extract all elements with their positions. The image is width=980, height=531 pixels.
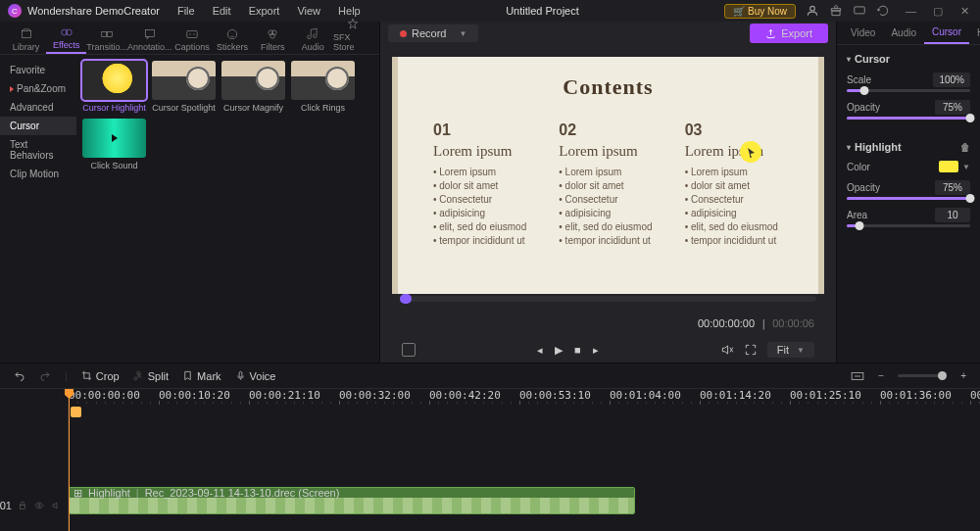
asset-tab-label: Filters	[261, 42, 285, 52]
refresh-icon[interactable]	[876, 4, 890, 18]
asset-tab-effects[interactable]: Effects	[46, 24, 86, 54]
stickers-icon	[225, 27, 239, 41]
category-cursor[interactable]: Cursor	[0, 117, 76, 135]
timeline-tracks[interactable]: 00:00:00:0000:00:10:2000:00:21:1000:00:3…	[69, 389, 980, 531]
asset-tab-captions[interactable]: Captions	[172, 25, 212, 54]
ruler-tick: 00:00:53:10	[519, 389, 591, 402]
effect-cursor-highlight[interactable]: Cursor Highlight	[82, 61, 146, 113]
category-clipmotion[interactable]: Clip Motion	[0, 165, 76, 183]
prev-frame-button[interactable]: ◂	[537, 344, 543, 357]
voice-button[interactable]: Voice	[235, 370, 276, 382]
asset-tab-filters[interactable]: Filters	[253, 25, 293, 54]
category-panzoom[interactable]: Pan&Zoom	[0, 79, 76, 98]
menu-file[interactable]: File	[177, 5, 195, 17]
cursor-opacity-value[interactable]: 75%	[935, 100, 970, 115]
slide-column: 01Lorem ipsumLorem ipsumdolor sit ametCo…	[433, 121, 531, 248]
asset-tab-stickers[interactable]: Stickers	[213, 25, 253, 54]
menu-export[interactable]: Export	[249, 5, 280, 17]
mark-button[interactable]: Mark	[182, 370, 220, 382]
track-visibility-icon[interactable]	[33, 501, 45, 510]
prop-tab-ho[interactable]: Ho	[969, 22, 980, 44]
buy-now-button[interactable]: 🛒 Buy Now	[724, 4, 796, 19]
export-button[interactable]: Export	[750, 24, 828, 43]
stop-button[interactable]: ■	[574, 344, 581, 357]
asset-tab-transitions[interactable]: Transitio...	[86, 25, 127, 54]
highlight-opacity-value[interactable]: 75%	[935, 180, 970, 195]
svg-rect-13	[239, 371, 242, 377]
record-dot-icon	[400, 30, 407, 37]
preview-panel: Record ▼ Export Contents 01Lorem ipsumLo…	[380, 22, 836, 362]
split-button[interactable]: Split	[133, 370, 169, 382]
menu-edit[interactable]: Edit	[213, 5, 231, 17]
record-button[interactable]: Record ▼	[388, 24, 478, 42]
asset-tab-library[interactable]: Library	[6, 25, 46, 54]
timeline-clip[interactable]: ⊞ Highlight | Rec_2023-09-11 14-13-10.dr…	[69, 487, 635, 514]
zoom-out-button[interactable]: −	[878, 370, 884, 381]
category-advanced[interactable]: Advanced	[0, 98, 76, 117]
asset-tab-audio[interactable]: Audio	[293, 25, 333, 54]
timeline-marker[interactable]	[71, 407, 81, 417]
asset-tab-annotations[interactable]: Annotatio...	[127, 25, 172, 54]
category-favorite[interactable]: Favorite	[0, 61, 76, 79]
asset-tab-label: Audio	[302, 42, 324, 52]
prop-tab-cursor[interactable]: Cursor	[924, 22, 969, 44]
color-swatch[interactable]: ▼	[939, 161, 970, 172]
effect-cursor-spotlight[interactable]: Cursor Spotlight	[152, 61, 216, 113]
undo-button[interactable]	[14, 370, 25, 382]
scale-value[interactable]: 100%	[933, 72, 970, 87]
highlight-section-header[interactable]: Highlight🗑	[847, 141, 970, 153]
zoom-in-button[interactable]: +	[960, 370, 966, 381]
menu-view[interactable]: View	[297, 5, 320, 17]
prop-tab-video[interactable]: Video	[843, 22, 883, 44]
maximize-button[interactable]: ▢	[933, 5, 945, 17]
gift-icon[interactable]	[829, 4, 843, 18]
playhead[interactable]	[69, 389, 70, 531]
fit-timeline-button[interactable]	[851, 370, 864, 382]
fit-dropdown[interactable]: Fit▼	[767, 342, 814, 358]
asset-tab-label: Annotatio...	[127, 42, 172, 52]
fullscreen-button[interactable]	[744, 343, 758, 357]
crop-button[interactable]: Crop	[81, 370, 120, 382]
effect-label: Click Rings	[301, 103, 345, 113]
scale-slider[interactable]	[847, 89, 970, 92]
effect-cursor-magnify[interactable]: Cursor Magnify	[221, 61, 285, 113]
effect-thumbnail	[152, 61, 216, 100]
close-button[interactable]: ✕	[960, 5, 972, 17]
area-value[interactable]: 10	[935, 208, 970, 222]
timeline-toolbar: | Crop Split Mark Voice − +	[0, 363, 980, 389]
prop-tab-audio[interactable]: Audio	[883, 22, 924, 44]
delete-highlight-icon[interactable]: 🗑	[960, 142, 970, 153]
play-button[interactable]: ▶	[555, 344, 563, 357]
svg-point-16	[38, 505, 41, 507]
next-frame-button[interactable]: ▸	[593, 344, 599, 357]
area-slider[interactable]	[847, 224, 970, 227]
message-icon[interactable]	[853, 4, 866, 18]
category-textbehaviors[interactable]: Text Behaviors	[0, 135, 76, 165]
slide-column: 02Lorem ipsumLorem ipsumdolor sit ametCo…	[559, 121, 657, 248]
asset-tabs: LibraryEffectsTransitio...Annotatio...Ca…	[0, 22, 379, 55]
preview-canvas[interactable]: Contents 01Lorem ipsumLorem ipsumdolor s…	[392, 57, 824, 294]
effect-click-sound[interactable]: Click Sound	[82, 119, 146, 170]
audio-icon	[306, 27, 319, 41]
zoom-slider[interactable]	[898, 374, 947, 377]
asset-tab-sfx[interactable]: SFX Store	[333, 16, 373, 54]
cursor-section-header[interactable]: Cursor	[847, 53, 970, 65]
account-icon[interactable]	[806, 4, 819, 18]
project-title: Untitled Project	[361, 5, 725, 17]
cursor-opacity-slider[interactable]	[847, 117, 970, 120]
snapshot-button[interactable]	[402, 343, 416, 357]
ruler-tick: 00:00:42:20	[429, 389, 501, 402]
effect-label: Cursor Magnify	[223, 103, 283, 113]
redo-button[interactable]	[39, 370, 51, 382]
track-mute-icon[interactable]	[51, 501, 62, 510]
highlight-opacity-slider[interactable]	[847, 197, 970, 200]
effect-click-rings[interactable]: Click Rings	[291, 61, 355, 113]
asset-tab-label: Transitio...	[86, 42, 127, 52]
mute-button[interactable]	[720, 343, 734, 357]
track-lock-icon[interactable]	[18, 501, 27, 510]
minimize-button[interactable]: —	[906, 5, 917, 17]
timeline-ruler[interactable]: 00:00:00:0000:00:10:2000:00:21:1000:00:3…	[69, 389, 980, 407]
preview-scrub-track[interactable]	[400, 296, 816, 302]
effect-grid: Cursor HighlightCursor SpotlightCursor M…	[76, 55, 379, 362]
scrub-handle[interactable]	[400, 294, 412, 304]
